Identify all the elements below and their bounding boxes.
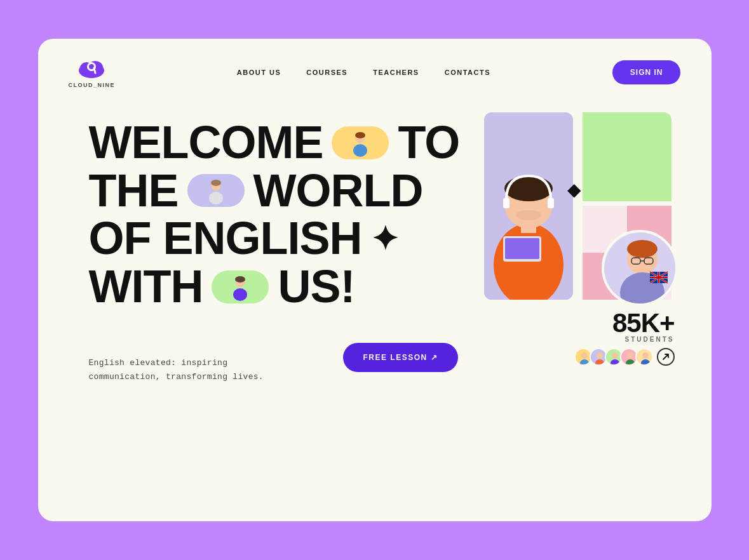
hero-subtitle: English elevated: inspiring communicatio…: [89, 356, 305, 384]
sparkle-icon: ✦: [371, 222, 398, 255]
person-flag-svg: [604, 232, 678, 306]
person-avatar-2: [202, 177, 230, 204]
svg-point-52: [612, 352, 618, 359]
person-avatar-1: [346, 129, 374, 157]
green-shape: [583, 112, 671, 201]
arrow-circle-button[interactable]: [657, 348, 675, 366]
nav-links: ABOUT US COURSES TEACHERS CONTACTS: [237, 69, 490, 76]
svg-point-31: [627, 240, 658, 258]
svg-point-16: [233, 288, 247, 301]
title-of: OF ENGLISH: [89, 215, 362, 263]
logo-icon: [75, 57, 108, 81]
svg-point-13: [211, 180, 221, 186]
svg-line-5: [94, 68, 95, 73]
nav-teachers[interactable]: TEACHERS: [373, 69, 419, 76]
nav-courses[interactable]: COURSES: [306, 69, 348, 76]
svg-point-55: [627, 352, 633, 359]
svg-point-17: [235, 276, 245, 283]
title-line-4: WITH US!: [89, 263, 484, 311]
svg-point-49: [597, 352, 603, 359]
svg-rect-26: [548, 198, 554, 208]
stats-label: STUDENTS: [577, 336, 675, 343]
hero-title: WELCOME TO: [89, 119, 484, 310]
title-world: WORLD: [253, 167, 423, 215]
title-line-1: WELCOME TO: [89, 119, 484, 167]
free-lesson-button[interactable]: FREE LESSON ↗: [343, 343, 459, 372]
circle-person-photo: [602, 230, 678, 306]
svg-point-8: [353, 144, 367, 157]
hero-section: WELCOME TO: [38, 88, 712, 385]
hero-bottom: English elevated: inspiring communicatio…: [89, 331, 484, 384]
logo[interactable]: CLOUD_NINE: [69, 57, 116, 88]
arrow-icon: [662, 353, 670, 361]
person-pill-3: [212, 270, 269, 303]
stats-number: 85K+: [577, 308, 675, 338]
title-line-3: OF ENGLISH ✦: [89, 215, 484, 263]
svg-point-58: [642, 352, 649, 359]
svg-point-46: [581, 352, 588, 359]
person-orange-svg: [484, 112, 573, 300]
svg-rect-28: [505, 238, 539, 259]
logo-label: CLOUD_NINE: [69, 82, 116, 88]
title-us: US!: [278, 263, 354, 311]
stats-container: 85K+ STUDENTS: [577, 308, 675, 366]
main-person-photo: [484, 112, 573, 300]
svg-rect-25: [503, 198, 509, 208]
mini-avatars-row: [577, 348, 675, 366]
sign-in-button[interactable]: SIGN IN: [612, 60, 681, 84]
person-pill-1: [332, 126, 389, 159]
title-to: TO: [398, 119, 459, 167]
title-the: THE: [89, 167, 179, 215]
svg-point-12: [209, 192, 223, 204]
title-welcome: WELCOME: [89, 119, 323, 167]
nav-about-us[interactable]: ABOUT US: [237, 69, 281, 76]
main-card: CLOUD_NINE ABOUT US COURSES TEACHERS CON…: [38, 39, 712, 521]
person-avatar-3: [226, 273, 254, 301]
nav-contacts[interactable]: CONTACTS: [445, 69, 490, 76]
mini-avatar-5: [635, 348, 653, 366]
hero-right: ◆: [484, 112, 681, 385]
svg-point-23: [504, 176, 553, 201]
svg-point-24: [516, 210, 541, 220]
navbar: CLOUD_NINE ABOUT US COURSES TEACHERS CON…: [38, 39, 712, 88]
diamond-star-icon: ◆: [567, 179, 581, 200]
svg-point-9: [355, 132, 365, 138]
person-pill-2: [187, 174, 245, 207]
title-line-2: THE WORLD: [89, 167, 484, 215]
hero-left: WELCOME TO: [89, 119, 484, 385]
image-grid: ◆: [484, 112, 671, 300]
title-with: WITH: [89, 263, 203, 311]
